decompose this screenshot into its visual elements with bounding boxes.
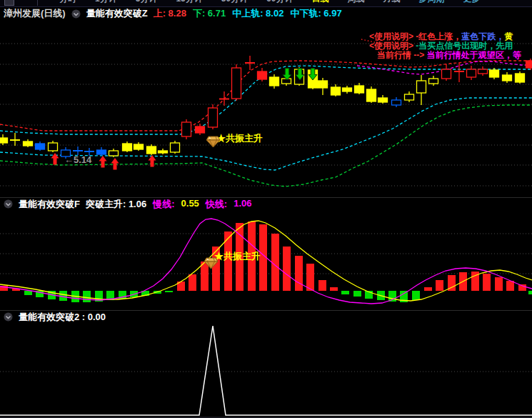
menu-item[interactable]: 周线 bbox=[347, 0, 364, 6]
histogram-bar bbox=[330, 287, 338, 291]
spike-line bbox=[0, 326, 532, 415]
current-market-note: 当前行情 --> 当前行情处于观望区，等 bbox=[377, 49, 521, 61]
indicator-value: 上: 8.28 bbox=[154, 7, 186, 20]
gem-icon bbox=[206, 136, 221, 148]
histogram-bar bbox=[528, 291, 532, 294]
gem-icon bbox=[204, 257, 219, 269]
histogram-bar bbox=[165, 291, 173, 292]
indicator-value: 下: 6.71 bbox=[193, 7, 226, 20]
menu-icon[interactable] bbox=[4, 0, 14, 6]
indicator-value: 突破主升: 1.06 bbox=[86, 198, 146, 211]
indicator-value: 慢线: bbox=[153, 198, 174, 211]
indicator-2-title-bar: 量能有效突破2 : 0.00 bbox=[0, 310, 532, 323]
histogram-bar bbox=[424, 287, 432, 291]
histogram-bar bbox=[341, 291, 349, 294]
indicator-value: 中下轨: 6.97 bbox=[290, 7, 341, 20]
histogram-bar bbox=[271, 234, 279, 291]
buy-arrow-icon bbox=[99, 156, 107, 168]
menu-item[interactable]: 60分钟 bbox=[266, 0, 293, 6]
period-menu-bar: 分时1分钟5分钟15分钟30分钟60分钟日线周线月线多周期更多 bbox=[0, 0, 532, 7]
note-segment: 当前行情处于观望区，等 bbox=[427, 50, 521, 60]
histogram-bar bbox=[295, 256, 303, 291]
histogram-indicator-chart[interactable] bbox=[0, 210, 532, 310]
menu-item[interactable]: 1分钟 bbox=[95, 0, 117, 6]
resonance-signal-label: ★共振主升 bbox=[214, 250, 261, 263]
histogram-bar bbox=[353, 291, 361, 297]
histogram-bar bbox=[83, 291, 91, 302]
menu-item[interactable]: 15分钟 bbox=[176, 0, 202, 6]
histogram-bar bbox=[318, 280, 326, 291]
menu-item[interactable]: 多周期 bbox=[418, 0, 444, 6]
indicator-values: 上: 8.28下: 6.71中上轨: 8.02中下轨: 6.97 bbox=[154, 7, 342, 20]
collapse-icon[interactable] bbox=[71, 9, 81, 19]
histogram-bar bbox=[306, 264, 314, 291]
histogram-bar bbox=[412, 291, 420, 300]
note-segment: 当前行情 --> bbox=[377, 50, 427, 60]
indicator-values: 突破主升: 1.06慢线:0.55快线:1.06 bbox=[86, 198, 252, 211]
histogram-bar bbox=[495, 277, 503, 291]
indicator-name: 量能有效突破Z bbox=[86, 7, 148, 20]
histogram-bar bbox=[483, 274, 491, 291]
menu-item[interactable]: 日线 bbox=[311, 0, 328, 6]
period-menu-items: 分时1分钟5分钟15分钟30分钟60分钟日线周线月线多周期更多 bbox=[0, 0, 532, 6]
menu-item[interactable]: 更多 bbox=[463, 0, 480, 6]
indicator-name-and-value: 量能有效突破2 : 0.00 bbox=[19, 311, 106, 324]
main-chart-title-bar: 漳州发展(日线) 量能有效突破Z 上: 8.28下: 6.71中上轨: 8.02… bbox=[0, 7, 532, 20]
histogram-bar bbox=[24, 291, 32, 295]
collapse-icon[interactable] bbox=[4, 312, 13, 322]
menu-item[interactable]: 30分钟 bbox=[221, 0, 248, 6]
indicator-name: 量能有效突破F bbox=[19, 198, 80, 211]
histogram-bar bbox=[283, 247, 291, 291]
spike-indicator-chart[interactable] bbox=[0, 323, 532, 418]
histogram-bar bbox=[189, 274, 196, 291]
buy-arrow-icon bbox=[51, 153, 59, 165]
indicator-f-title-bar: 量能有效突破F 突破主升: 1.06慢线:0.55快线:1.06 bbox=[0, 197, 532, 210]
stock-name: 漳州发展(日线) bbox=[4, 7, 66, 20]
indicator-value: 中上轨: 8.02 bbox=[232, 7, 283, 20]
indicator-value: 1.06 bbox=[234, 198, 251, 211]
buy-arrow-icon bbox=[111, 158, 119, 170]
lower-band-green bbox=[0, 105, 532, 186]
menu-item[interactable]: 分时 bbox=[59, 0, 76, 6]
menu-item[interactable]: 5分钟 bbox=[136, 0, 158, 6]
indicator-value: 快线: bbox=[206, 198, 227, 211]
price-tag-label: ←5.14 bbox=[64, 154, 91, 165]
menu-item[interactable]: 月线 bbox=[383, 0, 400, 6]
resonance-signal-label: ★共振主升 bbox=[216, 132, 263, 145]
histogram-bar bbox=[436, 280, 443, 291]
menu-separator bbox=[37, 0, 38, 6]
collapse-icon[interactable] bbox=[4, 199, 13, 209]
indicator-value: 0.55 bbox=[181, 198, 199, 211]
